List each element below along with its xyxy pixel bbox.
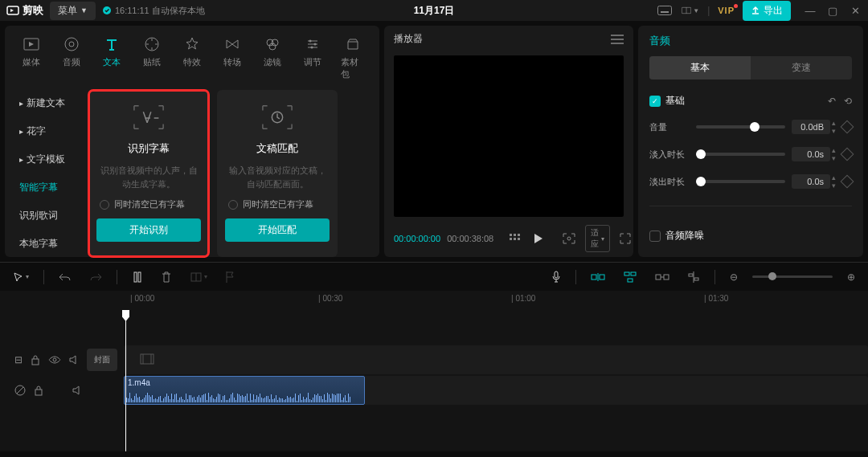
tab-basic[interactable]: 基本: [649, 56, 751, 80]
side-item-new-text[interactable]: ▸新建文本: [11, 90, 82, 116]
fadeout-up[interactable]: ▴: [832, 173, 836, 182]
track-disable-icon[interactable]: [14, 385, 26, 396]
snap-tool-2[interactable]: [620, 271, 641, 283]
svg-rect-34: [628, 279, 633, 282]
timeline-ruler[interactable]: | 00:00 | 00:30 | 01:00 | 01:30: [125, 291, 868, 310]
undo-icon[interactable]: ↶: [828, 96, 836, 107]
tab-filter[interactable]: 滤镜: [256, 32, 289, 84]
cursor-tool[interactable]: ▾: [10, 271, 32, 283]
tab-sticker[interactable]: 贴纸: [135, 32, 169, 84]
video-track-lane[interactable]: [124, 345, 868, 374]
zoom-out[interactable]: ⊖: [727, 271, 741, 283]
zoom-in[interactable]: ⊕: [844, 271, 858, 283]
tab-transition[interactable]: 转场: [215, 32, 249, 84]
clear-existing-checkbox[interactable]: 同时清空已有字幕: [225, 198, 313, 210]
vip-badge[interactable]: VIP: [718, 6, 735, 15]
svg-rect-43: [141, 354, 154, 364]
svg-rect-39: [689, 274, 693, 276]
track-visible-icon[interactable]: [48, 356, 61, 364]
tab-effect[interactable]: 特效: [175, 32, 209, 84]
link-tool[interactable]: [652, 272, 673, 282]
side-item-lyrics[interactable]: 识别歌词: [11, 202, 82, 229]
track-mute-icon[interactable]: [69, 355, 80, 365]
cover-button[interactable]: 封面: [87, 349, 117, 371]
svg-rect-18: [514, 234, 516, 236]
close-button[interactable]: ✕: [849, 5, 862, 17]
tab-speed[interactable]: 变速: [751, 56, 852, 80]
keyframe-icon[interactable]: [841, 175, 854, 189]
keyframe-icon[interactable]: [841, 120, 854, 134]
keyframe-icon[interactable]: [841, 148, 854, 161]
snap-tool-1[interactable]: [588, 272, 608, 282]
layout-icon[interactable]: ▼: [682, 3, 699, 18]
tab-media[interactable]: 媒体: [14, 32, 48, 84]
script-match-icon: [261, 101, 293, 133]
current-timecode: 00:00:00:00: [394, 234, 440, 243]
side-category-list: ▸新建文本 ▸花字 ▸文字模板 智能字幕 识别歌词 本地字幕: [11, 90, 82, 257]
player-menu-icon[interactable]: [611, 35, 624, 44]
volume-up[interactable]: ▴: [832, 119, 836, 127]
fadeout-slider[interactable]: [696, 180, 785, 183]
audio-clip[interactable]: 1.m4a: [124, 376, 365, 405]
autosave-status: 16:11:11 自动保存本地: [102, 5, 205, 17]
tab-audio[interactable]: 音频: [55, 32, 88, 84]
play-button[interactable]: [530, 233, 547, 244]
undo-button[interactable]: [55, 271, 75, 283]
fadeout-down[interactable]: ▾: [832, 182, 836, 190]
fadeout-row: 淡出时长 0.0s ▴▾: [649, 173, 852, 190]
mic-tool[interactable]: [548, 271, 564, 284]
flag-tool[interactable]: [222, 271, 238, 284]
align-tool[interactable]: [684, 271, 703, 283]
crop-tool[interactable]: ▾: [186, 271, 211, 283]
project-title: 11月17日: [414, 4, 455, 18]
menu-button[interactable]: 菜单 ▼: [50, 2, 96, 20]
export-button[interactable]: 导出: [743, 1, 791, 21]
keyboard-icon[interactable]: [656, 3, 674, 18]
denoise-checkbox[interactable]: [649, 231, 661, 242]
clear-existing-checkbox[interactable]: 同时清空已有字幕: [96, 198, 185, 210]
tab-adjust[interactable]: 调节: [296, 32, 330, 84]
side-item-fancy-text[interactable]: ▸花字: [11, 118, 82, 145]
volume-value[interactable]: 0.0dB: [792, 120, 830, 134]
audio-track-lane[interactable]: 1.m4a: [124, 376, 868, 405]
svg-point-7: [65, 38, 78, 51]
side-item-text-template[interactable]: ▸文字模板: [11, 146, 82, 173]
original-ratio-icon[interactable]: [559, 233, 579, 244]
fit-button[interactable]: 适应▾: [585, 225, 610, 252]
start-recognition-button[interactable]: 开始识别: [96, 218, 201, 242]
grid-view-icon[interactable]: [506, 234, 524, 243]
side-item-local-subtitle[interactable]: 本地字幕: [11, 231, 82, 257]
track-collapse-icon[interactable]: ⊟: [14, 354, 23, 365]
subtitle-recognition-card: 识别字幕 识别音视频中的人声，自动生成字幕。 同时清空已有字幕 开始识别: [88, 90, 209, 257]
fadein-down[interactable]: ▾: [832, 154, 836, 162]
minimize-button[interactable]: —: [804, 5, 817, 17]
redo-button[interactable]: [86, 271, 105, 283]
denoise-row: 音频降噪: [649, 229, 852, 243]
basic-enabled-checkbox[interactable]: ✓: [649, 96, 661, 107]
delete-tool[interactable]: [158, 271, 175, 284]
volume-slider[interactable]: [696, 125, 785, 129]
volume-down[interactable]: ▾: [832, 127, 836, 135]
zoom-slider[interactable]: [752, 275, 833, 278]
maximize-button[interactable]: ▢: [826, 5, 839, 17]
reset-icon[interactable]: ⟲: [844, 96, 852, 107]
svg-point-14: [314, 43, 317, 46]
track-lock-icon[interactable]: [34, 385, 43, 396]
svg-rect-19: [518, 234, 520, 236]
tab-text[interactable]: 文本: [95, 32, 129, 84]
fadeout-value[interactable]: 0.0s: [792, 174, 830, 189]
fullscreen-icon[interactable]: [616, 233, 634, 244]
side-item-smart-subtitle[interactable]: 智能字幕: [11, 174, 82, 201]
fadein-slider[interactable]: [696, 153, 785, 156]
tab-pack[interactable]: 素材包: [336, 32, 370, 84]
fadein-row: 淡入时长 0.0s ▴▾: [649, 146, 852, 162]
split-tool[interactable]: [129, 271, 146, 284]
fadein-value[interactable]: 0.0s: [792, 147, 830, 161]
player-viewport[interactable]: [394, 55, 624, 217]
track-lock-icon[interactable]: [31, 354, 40, 365]
track-mute-icon[interactable]: [72, 386, 84, 395]
fadein-up[interactable]: ▴: [832, 146, 836, 154]
start-match-button[interactable]: 开始匹配: [225, 218, 330, 242]
svg-rect-21: [514, 238, 516, 240]
card-title: 识别字幕: [128, 141, 170, 156]
